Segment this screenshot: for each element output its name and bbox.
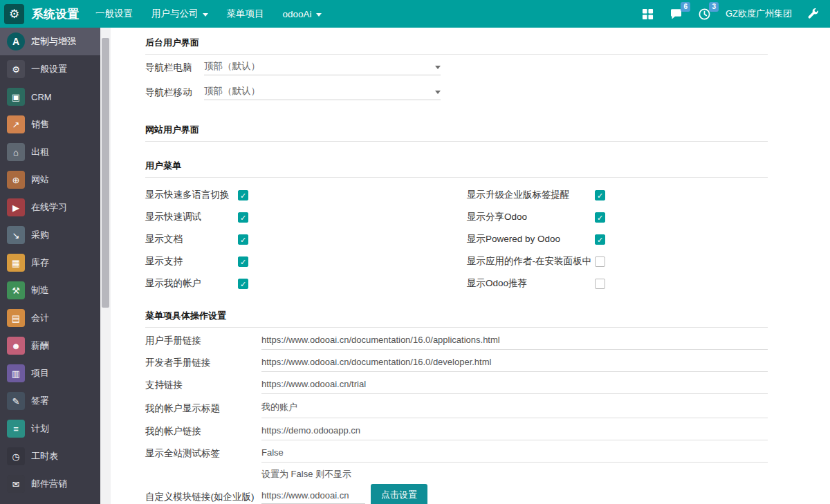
icon-glyph: ▶ bbox=[12, 203, 19, 213]
menu-menu-items[interactable]: 菜单项目 bbox=[227, 8, 264, 20]
user-menu[interactable]: GZ欧度广州集团 bbox=[726, 8, 792, 20]
option-row: 显示快速调试 bbox=[145, 206, 467, 228]
option-row: 显示支持 bbox=[145, 250, 467, 272]
menu-odooai[interactable]: odooAi bbox=[283, 9, 322, 19]
field-row-navbar-mobile: 导航栏移动 顶部（默认） bbox=[145, 81, 768, 104]
sidebar-item-label: 项目 bbox=[31, 367, 49, 380]
icon-glyph: ◷ bbox=[12, 451, 19, 462]
project-kanban-icon: ▥ bbox=[7, 364, 25, 382]
checkbox-show-quick-language-switch[interactable] bbox=[238, 190, 248, 200]
sidebar-item-sales[interactable]: ↗ 销售 bbox=[0, 111, 100, 138]
user-manual-link-input[interactable]: https://www.odooai.cn/documentation/16.0… bbox=[261, 328, 768, 350]
field-label: 我的帐户链接 bbox=[145, 421, 261, 438]
icon-glyph: ⌂ bbox=[13, 147, 19, 158]
custom-module-link-input[interactable]: https://www.odooai.cn bbox=[261, 486, 365, 504]
main-area: A 定制与增强 ⚙ 一般设置 ▣ CRM ↗ 销售 ⌂ 出租 ⊕ 网站 ▶ 在线… bbox=[0, 28, 830, 504]
home-menu-button[interactable]: ⚙ bbox=[4, 4, 24, 24]
checkbox-show-upgrade-enterprise-reminder[interactable] bbox=[595, 190, 605, 200]
sidebar-item-payroll[interactable]: ☻ 薪酬 bbox=[0, 332, 100, 360]
option-row: 显示Odoo推荐 bbox=[467, 272, 768, 295]
activities-clock-icon[interactable]: 3 bbox=[697, 6, 712, 21]
sidebar-item-label: 一般设置 bbox=[31, 63, 67, 75]
sidebar-item-rental[interactable]: ⌂ 出租 bbox=[0, 138, 100, 166]
field-label: 自定义模块链接(如企业版) bbox=[145, 487, 261, 503]
section-divider bbox=[145, 54, 768, 55]
field-row-navbar-desktop: 导航栏电脑 顶部（默认） bbox=[145, 56, 768, 80]
option-label: 显示我的帐户 bbox=[145, 277, 238, 290]
my-account-title-input[interactable]: 我的账户 bbox=[261, 394, 768, 418]
field-label: 我的帐户显示标题 bbox=[145, 398, 261, 415]
navbar-mobile-select[interactable]: 顶部（默认） bbox=[204, 85, 441, 100]
checkbox-show-quick-debug[interactable] bbox=[238, 212, 248, 223]
checkbox-show-support[interactable] bbox=[238, 256, 248, 267]
timesheet-clock-icon: ◷ bbox=[7, 447, 25, 465]
support-link-input[interactable]: https://www.odooai.cn/trial bbox=[261, 372, 768, 394]
checkbox-show-odoo-referral[interactable] bbox=[595, 279, 605, 289]
icon-glyph: ▦ bbox=[12, 258, 20, 268]
icon-glyph: ⊕ bbox=[12, 175, 20, 185]
sidebar-item-customize[interactable]: A 定制与增强 bbox=[0, 28, 100, 55]
option-row: 显示分享Odoo bbox=[467, 206, 768, 228]
options-column-right: 显示升级企业版标签提醒 显示分享Odoo 显示Powered by Odoo 显… bbox=[467, 184, 768, 295]
option-row: 显示我的帐户 bbox=[145, 272, 467, 295]
icon-glyph: A bbox=[12, 36, 19, 47]
elearning-play-icon: ▶ bbox=[7, 198, 25, 216]
inventory-boxes-icon: ▦ bbox=[7, 254, 25, 272]
sidebar-scrollbar[interactable] bbox=[100, 28, 111, 504]
sidebar-item-elearning[interactable]: ▶ 在线学习 bbox=[0, 194, 100, 221]
checkbox-show-my-account[interactable] bbox=[238, 279, 248, 289]
sidebar-item-crm[interactable]: ▣ CRM bbox=[0, 83, 100, 111]
sidebar-item-label: 工时表 bbox=[31, 450, 58, 463]
show-test-label-input[interactable]: False bbox=[261, 440, 768, 463]
messages-icon[interactable]: 6 bbox=[669, 6, 684, 21]
sidebar-item-label: 网站 bbox=[31, 174, 49, 186]
menu-general-settings[interactable]: 一般设置 bbox=[95, 8, 133, 20]
form-row-support-link: 支持链接 https://www.odooai.cn/trial bbox=[145, 372, 768, 394]
developer-manual-link-input[interactable]: https://www.odooai.cn/documentation/16.0… bbox=[261, 350, 768, 372]
form-row-my-account-link: 我的帐户链接 https://demo.odooapp.cn bbox=[145, 418, 768, 440]
sidebar-item-accounting[interactable]: ▤ 会计 bbox=[0, 304, 100, 332]
checkbox-show-powered-by-odoo[interactable] bbox=[595, 234, 605, 245]
set-link-button[interactable]: 点击设置 bbox=[371, 484, 427, 504]
checkbox-show-documentation[interactable] bbox=[238, 234, 248, 245]
checkbox-show-app-author-in-install-panel[interactable] bbox=[595, 256, 605, 267]
sidebar-item-website[interactable]: ⊕ 网站 bbox=[0, 166, 100, 194]
option-label: 显示应用的作者-在安装面板中 bbox=[467, 255, 595, 268]
sidebar-item-label: 制造 bbox=[31, 284, 49, 297]
menu-users-companies[interactable]: 用户与公司 bbox=[151, 8, 208, 20]
sidebar-item-sign[interactable]: ✎ 签署 bbox=[0, 387, 100, 415]
top-navbar: ⚙ 系统设置 一般设置 用户与公司 菜单项目 odooAi 6 3 GZ欧度广州… bbox=[0, 0, 830, 28]
sidebar-item-inventory[interactable]: ▦ 库存 bbox=[0, 249, 100, 277]
sidebar-item-label: 销售 bbox=[31, 118, 49, 131]
option-row: 显示文档 bbox=[145, 228, 467, 250]
my-account-link-input[interactable]: https://demo.odooapp.cn bbox=[261, 418, 768, 440]
sidebar-item-manufacturing[interactable]: ⚒ 制造 bbox=[0, 277, 100, 304]
crm-monitor-icon: ▣ bbox=[7, 88, 25, 106]
sidebar-item-general-settings[interactable]: ⚙ 一般设置 bbox=[0, 55, 100, 83]
activities-badge: 3 bbox=[709, 2, 719, 12]
scrollbar-thumb[interactable] bbox=[102, 38, 109, 308]
option-label: 显示快速多语言切换 bbox=[145, 189, 238, 201]
option-row: 显示升级企业版标签提醒 bbox=[467, 184, 768, 206]
app-title[interactable]: 系统设置 bbox=[32, 6, 79, 22]
sidebar-item-purchase[interactable]: ↘ 采购 bbox=[0, 221, 100, 249]
sidebar-item-project[interactable]: ▥ 项目 bbox=[0, 360, 100, 387]
developer-tools-wrench-icon[interactable] bbox=[805, 6, 820, 21]
icon-glyph: ⚒ bbox=[12, 286, 20, 296]
field-label: 支持链接 bbox=[145, 375, 261, 391]
sidebar-item-email-marketing[interactable]: ✉ 邮件营销 bbox=[0, 470, 100, 498]
checkbox-show-share-odoo[interactable] bbox=[595, 212, 605, 223]
sidebar-item-planning[interactable]: ≡ 计划 bbox=[0, 415, 100, 442]
navbar-desktop-select[interactable]: 顶部（默认） bbox=[204, 60, 441, 75]
section-title-menu-settings: 菜单项具体操作设置 bbox=[145, 310, 768, 322]
apps-grid-icon[interactable] bbox=[640, 6, 656, 21]
caret-down-icon bbox=[435, 91, 441, 94]
sidebar-item-timesheets[interactable]: ◷ 工时表 bbox=[0, 442, 100, 470]
settings-content: 后台用户界面 导航栏电脑 顶部（默认） 导航栏移动 顶部（默认） 网站用户界面 … bbox=[111, 28, 830, 504]
section-title-website-ui: 网站用户界面 bbox=[145, 124, 768, 136]
option-label: 显示分享Odoo bbox=[467, 211, 595, 223]
form-row-user-manual-link: 用户手册链接 https://www.odooai.cn/documentati… bbox=[145, 328, 768, 350]
user-menu-options: 显示快速多语言切换 显示快速调试 显示文档 显示支持 显示我的帐户 bbox=[145, 184, 768, 295]
option-label: 显示快速调试 bbox=[145, 211, 238, 223]
field-label: 导航栏电脑 bbox=[145, 62, 204, 74]
